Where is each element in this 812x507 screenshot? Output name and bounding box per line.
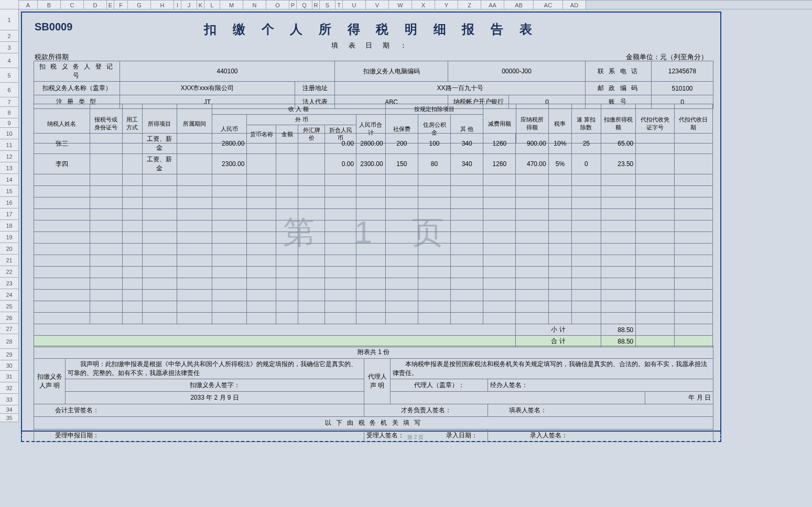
row-header-22[interactable]: 22 [0,266,19,278]
data-row[interactable] [34,290,713,301]
row-header-14[interactable]: 14 [0,174,19,185]
row-header-26[interactable]: 26 [0,312,19,324]
data-row[interactable] [34,255,713,267]
col-header-L[interactable]: L [204,1,220,9]
print-area: SB0009 扣 缴 个 人 所 得 税 明 细 报 告 表 填 表 日 期 ：… [21,12,721,432]
data-row[interactable] [34,174,713,186]
col-header-I[interactable]: I [174,1,181,9]
data-row[interactable] [34,197,713,209]
col-header-D[interactable]: D [84,1,107,9]
row-header-9[interactable]: 9 [0,118,19,128]
col-header-N[interactable]: N [243,1,266,9]
col-header-G[interactable]: G [128,1,151,9]
sig2: 才务负责人签名： [364,404,488,417]
data-row[interactable] [34,301,713,313]
col-header-U[interactable]: U [343,1,366,9]
data-row[interactable] [34,221,713,232]
column-headers[interactable]: ABCDEFGHIJKLMNOPQRSTUVWXYZAAABACAD [19,0,812,9]
data-row[interactable] [34,267,713,278]
col-header-Y[interactable]: Y [435,1,458,9]
col-header-V[interactable]: V [366,1,389,9]
row-header-8[interactable]: 8 [0,107,19,118]
col-header-Z[interactable]: Z [458,1,481,9]
row-header-20[interactable]: 20 [0,243,19,255]
row-headers[interactable]: 1234567891011121314151617181920212223242… [0,9,19,422]
row-header-27[interactable]: 27 [0,324,19,334]
col-header-AC[interactable]: AC [534,1,563,9]
col-header-C[interactable]: C [61,1,84,9]
data-row[interactable]: 李四工资、薪金2300.000.002300.00150803401260470… [34,154,713,174]
data-row[interactable]: 张三工资、薪金2800.000.002800.00200100340126090… [34,134,713,154]
row-header-12[interactable]: 12 [0,151,19,162]
row-header-10[interactable]: 10 [0,128,19,139]
row-header-28[interactable]: 28 [0,334,19,349]
col-header-M[interactable]: M [220,1,243,9]
row-header-25[interactable]: 25 [0,301,19,312]
comp-code: 00000-J00 [448,61,586,82]
col-header-B[interactable]: B [38,1,61,9]
row-header-2[interactable]: 2 [0,30,19,42]
row-header-29[interactable]: 29 [0,349,19,360]
row-header-19[interactable]: 19 [0,232,19,243]
col-header-H[interactable]: H [151,1,174,9]
data-row[interactable] [34,278,713,290]
col-header-AD[interactable]: AD [563,1,586,9]
col-header-AB[interactable]: AB [504,1,534,9]
row-header-5[interactable]: 5 [0,68,19,83]
select-all-corner[interactable] [0,0,19,9]
zip: 510100 [652,82,713,95]
sig1: 会计主管签名： [34,404,364,417]
col-header-X[interactable]: X [412,1,435,9]
col-header-Q[interactable]: Q [297,1,312,9]
row-header-3[interactable]: 3 [0,42,19,53]
row-header-16[interactable]: 16 [0,197,19,208]
data-row[interactable] [34,232,713,244]
grid-area[interactable]: SB0009 扣 缴 个 人 所 得 税 明 细 报 告 表 填 表 日 期 ：… [19,9,812,507]
data-row[interactable] [34,313,713,324]
row-header-7[interactable]: 7 [0,97,19,107]
row-header-35[interactable]: 35 [0,414,19,422]
sig3: 填表人签名： [488,404,713,417]
data-row[interactable] [34,186,713,197]
decl2-sign: 代理人（盖章）： [391,379,488,392]
addr-label: 注册地址 [295,82,335,95]
data-table[interactable]: 张三工资、薪金2800.000.002800.00200100340126090… [34,133,713,347]
footer-table: 附表共 1 份 扣缴义务人声 明 我声明：此扣缴申报表是根据《中华人民共和国个人… [34,346,713,442]
col-header-A[interactable]: A [19,1,38,9]
row-header-24[interactable]: 24 [0,289,19,301]
col-header-F[interactable]: F [114,1,128,9]
row-header-33[interactable]: 33 [0,394,19,405]
data-row[interactable] [34,209,713,221]
row-header-32[interactable]: 32 [0,382,19,394]
row-header-23[interactable]: 23 [0,278,19,289]
row-header-4[interactable]: 4 [0,53,19,68]
col-header-S[interactable]: S [320,1,335,9]
hdr-fc: 外 币 [247,115,356,125]
col-header-R[interactable]: R [312,1,320,9]
col-header-AA[interactable]: AA [481,1,504,9]
row-header-6[interactable]: 6 [0,83,19,97]
data-row[interactable] [34,244,713,255]
col-header-O[interactable]: O [266,1,289,9]
address: XX路一百九十号 [335,82,586,95]
row-header-21[interactable]: 21 [0,255,19,266]
hdr-deduct: 按规定扣除项目 [385,104,483,115]
decl1-label: 扣缴义务人声 明 [34,359,66,404]
row-header-18[interactable]: 18 [0,220,19,232]
info-row-2: 扣税义务人名称（盖章） XXX市xxx有限公司 注册地址 XX路一百九十号 邮 … [34,82,713,95]
row-header-34[interactable]: 34 [0,405,19,414]
row-header-31[interactable]: 31 [0,371,19,382]
col-header-P[interactable]: P [289,1,297,9]
row-header-15[interactable]: 15 [0,185,19,197]
row-header-11[interactable]: 11 [0,139,19,151]
hdr-income: 收 入 额 [212,104,385,115]
row-header-17[interactable]: 17 [0,208,19,220]
col-header-K[interactable]: K [197,1,204,9]
col-header-W[interactable]: W [389,1,412,9]
row-header-13[interactable]: 13 [0,162,19,174]
row-header-30[interactable]: 30 [0,360,19,371]
col-header-T[interactable]: T [335,1,343,9]
col-header-J[interactable]: J [181,1,197,9]
row-header-1[interactable]: 1 [0,9,19,30]
col-header-E[interactable]: E [107,1,114,9]
